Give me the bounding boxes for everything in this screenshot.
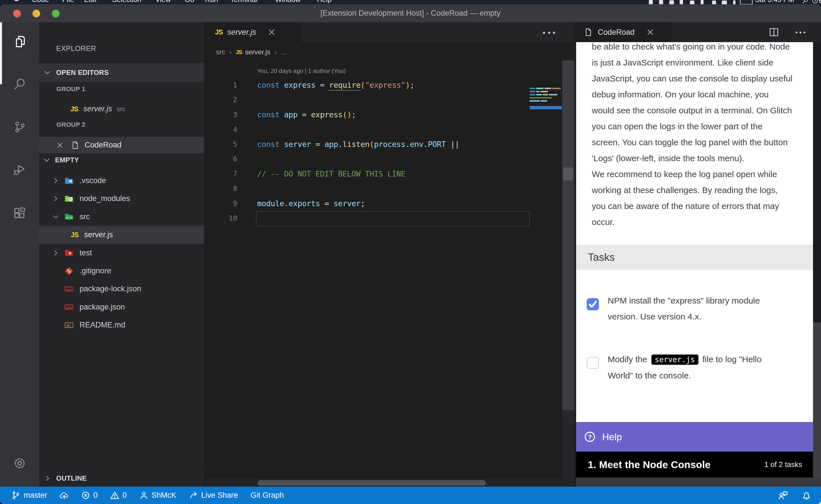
warning-icon	[110, 491, 119, 500]
menu-item-view[interactable]: View	[155, 0, 171, 4]
status-item-live-share[interactable]: Live Share	[189, 491, 238, 500]
close-tab-icon[interactable]	[646, 28, 655, 36]
search-icon[interactable]	[802, 0, 808, 4]
line-number[interactable]: 1	[205, 77, 237, 93]
menu-item-run[interactable]: Run	[205, 0, 218, 4]
menu-item-terminal[interactable]: Terminal	[230, 0, 257, 4]
line-number[interactable]: 6	[205, 151, 237, 167]
code-line-7[interactable]: // -- DO NOT EDIT BELOW THIS LINE	[257, 166, 405, 182]
line-number[interactable]: 9	[205, 196, 237, 211]
editor-horizontal-scrollbar-thumb[interactable]	[258, 480, 486, 486]
line-number[interactable]: 7	[205, 166, 237, 182]
open-editors-header[interactable]: OPEN EDITORS	[39, 63, 204, 82]
tree-item-label: README.md	[79, 321, 125, 329]
menu-status-icon[interactable]	[669, 0, 674, 4]
menu-item-go[interactable]: Go	[185, 0, 194, 4]
status-item-cloud-upload-icon[interactable]	[60, 491, 69, 500]
breadcrumb[interactable]: src › JS server.js › …	[216, 42, 288, 62]
cloud-upload-icon	[60, 491, 69, 500]
close-icon[interactable]	[56, 142, 64, 149]
code-line-5[interactable]: const server = app.listen(process.env.PO…	[257, 137, 459, 152]
codelens-annotation[interactable]: You, 20 days ago | 1 author (You)	[257, 65, 346, 76]
line-number[interactable]: 5	[205, 137, 237, 152]
activity-item-extensions[interactable]	[0, 200, 39, 226]
tree-item-src[interactable]: </>src	[39, 208, 204, 226]
webview-scrollbar[interactable]	[813, 42, 821, 322]
tree-item-package-lock.json[interactable]: npmpackage-lock.json	[39, 280, 204, 298]
svg-text:npm: npm	[66, 306, 72, 309]
code-token: .	[405, 140, 410, 149]
minimap[interactable]	[530, 88, 561, 111]
code-token: .	[423, 140, 428, 149]
help-section[interactable]: ? Help	[576, 422, 813, 452]
activity-item-source-control[interactable]	[0, 114, 39, 140]
tab-server-js[interactable]: JS server.js	[205, 22, 302, 42]
menu-item-edit[interactable]: Edit	[84, 0, 96, 4]
line-number[interactable]: 10	[205, 211, 237, 226]
status-item-bell-icon[interactable]	[802, 491, 811, 500]
menu-status-icon[interactable]	[701, 0, 704, 4]
line-number[interactable]: 4	[205, 122, 237, 137]
more-actions-icon[interactable]	[541, 29, 557, 37]
tree-item-node_modules[interactable]: JSnode_modules	[39, 190, 204, 208]
menu-status-icon[interactable]	[690, 1, 695, 5]
status-item-0[interactable]: 0	[110, 491, 127, 500]
lesson-text-line: be able to check what's going on in your…	[592, 42, 811, 55]
menu-item-window[interactable]: Window	[275, 0, 301, 4]
line-number[interactable]: 8	[205, 181, 237, 196]
extensions-icon[interactable]	[819, 0, 821, 4]
lesson-footer[interactable]: 1. Meet the Node Console 1 of 2 tasks	[576, 452, 813, 478]
status-item-feedback-icon[interactable]	[778, 491, 788, 500]
menu-status-icon[interactable]	[722, 1, 727, 4]
menu-status-icon[interactable]	[659, 0, 663, 4]
editor-vertical-scrollbar-thumb[interactable]	[563, 167, 573, 181]
split-editor-icon[interactable]	[769, 27, 779, 37]
activity-item-explorer[interactable]	[0, 28, 40, 55]
section-header-outline[interactable]: OUTLINE	[39, 470, 204, 487]
menu-item-selection[interactable]: Selection	[112, 0, 141, 4]
tree-item-readme.md[interactable]: M↓README.md	[39, 316, 204, 334]
status-item-0[interactable]: 0	[81, 491, 98, 500]
menu-status-icon[interactable]	[733, 0, 736, 4]
activity-item-run-and-debug[interactable]	[0, 157, 39, 183]
chevron-down-icon	[52, 213, 59, 220]
checkbox-unchecked[interactable]	[587, 357, 599, 369]
tree-item-package.json[interactable]: npmpackage.json	[39, 298, 204, 316]
status-item-master[interactable]: master	[11, 491, 47, 500]
files-icon	[14, 35, 27, 48]
status-item-git-graph[interactable]: Git Graph	[251, 491, 284, 500]
menu-status-icon[interactable]	[680, 0, 683, 4]
code-line-3[interactable]: const app = express();	[257, 107, 356, 122]
open-editor-item-server.js[interactable]: JSserver.jssrc	[39, 101, 204, 117]
open-editor-label: server.js	[83, 105, 112, 113]
title-bar[interactable]: [Extension Development Host] - CodeRoad …	[0, 4, 821, 22]
webview-scrollbar-track[interactable]	[813, 322, 821, 478]
menu-clock[interactable]: Sat 3:45 PM	[755, 0, 794, 4]
tree-item-.vscode[interactable]: .vscode	[39, 172, 204, 190]
tree-item-.gitignore[interactable]: .gitignore	[39, 262, 204, 280]
folder-section-header[interactable]: EMPTY	[39, 150, 204, 170]
menu-status-icon[interactable]	[649, 0, 653, 4]
apple-menu-icon[interactable]	[13, 0, 20, 1]
line-number[interactable]: 2	[205, 92, 237, 108]
tab-coderoad[interactable]: CodeRoad	[576, 22, 672, 42]
file-icon	[71, 141, 79, 149]
tree-item-test[interactable]: test	[39, 244, 204, 262]
line-number[interactable]: 3	[205, 107, 237, 122]
settings-gear-button[interactable]	[0, 452, 39, 475]
menu-item-file[interactable]: File	[62, 0, 74, 4]
close-tab-icon[interactable]	[268, 28, 276, 36]
editor-vertical-scrollbar[interactable]	[562, 60, 574, 410]
code-line-1[interactable]: const express = require("express");	[257, 77, 414, 93]
menu-item-code[interactable]: Code	[32, 0, 49, 4]
checkbox-checked[interactable]	[587, 298, 599, 310]
status-item-shmck[interactable]: ShMcK	[139, 491, 176, 500]
lesson-text-line: is just a JavaScript environment. Like c…	[592, 55, 811, 71]
menu-status-icon[interactable]	[712, 1, 716, 4]
code-line-9[interactable]: module.exports = server;	[257, 196, 365, 211]
more-actions-icon[interactable]	[794, 27, 804, 37]
menu-item-help[interactable]: Help	[317, 0, 332, 4]
activity-item-search[interactable]	[0, 71, 39, 97]
tree-item-server.js[interactable]: JSserver.js	[39, 226, 204, 244]
help-circle-icon[interactable]: ?	[812, 0, 818, 4]
